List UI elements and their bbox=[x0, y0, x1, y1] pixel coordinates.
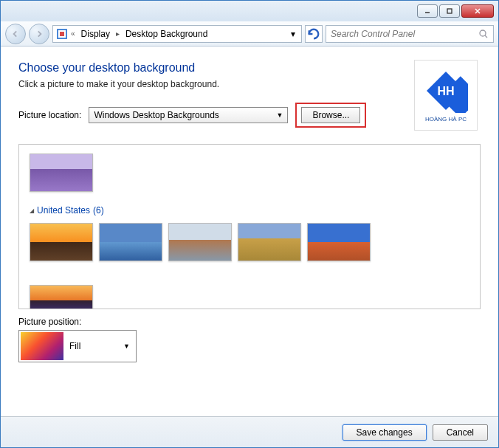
search-input[interactable] bbox=[331, 29, 478, 39]
maximize-button[interactable] bbox=[439, 4, 460, 18]
chevron-icon: ▸ bbox=[116, 30, 120, 38]
position-dropdown[interactable]: Fill ▼ bbox=[18, 330, 137, 362]
svg-text:HH: HH bbox=[437, 85, 454, 97]
position-section: Picture position: Fill ▼ bbox=[18, 317, 481, 362]
titlebar bbox=[1, 1, 498, 21]
page-title: Choose your desktop background bbox=[18, 61, 481, 75]
wallpaper-thumb[interactable] bbox=[238, 223, 301, 261]
address-bar[interactable]: « Display ▸ Desktop Background ▾ bbox=[52, 25, 302, 43]
group-header[interactable]: ◢ United States (6) bbox=[30, 205, 469, 216]
collapse-icon: ◢ bbox=[30, 207, 34, 214]
footer: Save changes Cancel bbox=[1, 416, 498, 447]
wallpaper-gallery[interactable]: ◢ United States (6) bbox=[18, 144, 481, 309]
page-subtitle: Click a picture to make it your desktop … bbox=[18, 79, 481, 89]
wallpaper-thumb[interactable] bbox=[30, 223, 93, 261]
svg-rect-6 bbox=[60, 32, 64, 36]
chevron-down-icon: ▼ bbox=[276, 111, 283, 119]
content-area: HH HOÀNG HÀ PC Choose your desktop backg… bbox=[1, 46, 498, 416]
browse-highlight: Browse... bbox=[295, 103, 366, 128]
control-panel-icon bbox=[56, 28, 68, 40]
location-dropdown[interactable]: Windows Desktop Backgrounds ▼ bbox=[89, 107, 288, 123]
wallpaper-thumb[interactable] bbox=[307, 223, 371, 261]
wallpaper-thumb[interactable] bbox=[168, 223, 232, 261]
navbar: « Display ▸ Desktop Background ▾ bbox=[1, 21, 498, 46]
svg-line-8 bbox=[485, 35, 487, 38]
breadcrumb-current[interactable]: Desktop Background bbox=[123, 27, 210, 41]
group-count: (6) bbox=[93, 205, 104, 216]
position-preview-icon bbox=[21, 332, 63, 360]
wallpaper-thumb[interactable] bbox=[30, 154, 93, 192]
brand-text: HOÀNG HÀ PC bbox=[425, 116, 467, 123]
svg-rect-1 bbox=[447, 9, 452, 13]
position-value: Fill bbox=[69, 341, 80, 351]
chevron-down-icon: ▼ bbox=[123, 342, 130, 350]
wallpaper-thumb[interactable] bbox=[99, 223, 162, 261]
search-icon bbox=[478, 29, 489, 39]
location-row: Picture location: Windows Desktop Backgr… bbox=[18, 103, 481, 128]
address-dropdown-icon[interactable]: ▾ bbox=[288, 29, 298, 39]
save-button[interactable]: Save changes bbox=[343, 424, 427, 441]
browse-button[interactable]: Browse... bbox=[301, 107, 360, 123]
breadcrumb-display[interactable]: Display bbox=[78, 27, 113, 41]
brand-logo: HH HOÀNG HÀ PC bbox=[414, 60, 478, 131]
refresh-button[interactable] bbox=[305, 25, 323, 43]
minimize-button[interactable] bbox=[417, 4, 438, 18]
back-button[interactable] bbox=[5, 24, 26, 44]
location-value: Windows Desktop Backgrounds bbox=[94, 110, 218, 120]
window: « Display ▸ Desktop Background ▾ HH HOÀN… bbox=[0, 0, 499, 448]
position-label: Picture position: bbox=[18, 317, 481, 327]
location-label: Picture location: bbox=[18, 110, 81, 120]
svg-point-7 bbox=[480, 30, 486, 36]
wallpaper-thumb[interactable] bbox=[30, 285, 93, 309]
group-name: United States bbox=[37, 205, 90, 216]
forward-button[interactable] bbox=[29, 24, 49, 44]
close-button[interactable] bbox=[461, 4, 494, 18]
chevron-icon: « bbox=[71, 30, 75, 38]
search-box[interactable] bbox=[326, 25, 494, 43]
cancel-button[interactable]: Cancel bbox=[433, 424, 488, 441]
